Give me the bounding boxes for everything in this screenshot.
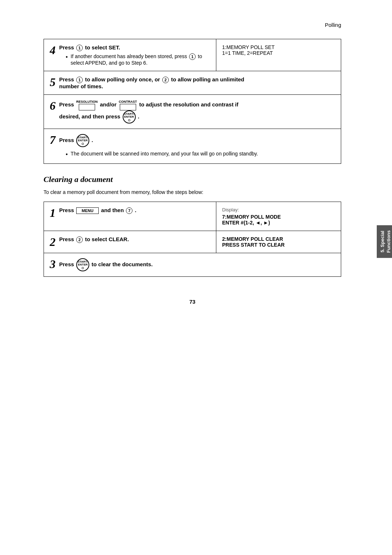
clear-step-1-row: 1 Press MENU and then 7 .	[44, 202, 341, 231]
step-7-row: 7 Press START/ENTER .	[44, 129, 341, 164]
page-container: Polling 5. Special Functions 4 Press 1	[0, 0, 392, 555]
step-5-cell: 5 Press 1 to allow polling only once, or…	[44, 71, 341, 95]
clear-step-2-display: 2:MEMORY POLL CLEAR PRESS START TO CLEAR	[222, 236, 335, 248]
clear-step-1-display-label: Display:	[222, 207, 335, 212]
step-5-circle-1: 1	[76, 77, 83, 83]
clear-step-1-left: 1 Press MENU and then 7 .	[44, 202, 216, 231]
clearing-steps-table: 1 Press MENU and then 7 .	[44, 202, 341, 277]
step-4-number: 4	[50, 44, 56, 56]
clear-step-3-text: Press START/ENTER to clear the documents…	[59, 258, 153, 271]
step-7-content: Press START/ENTER . • The document will …	[59, 134, 258, 158]
step-4-content: Press 1 to select SET. • If another docu…	[59, 44, 210, 66]
step-6-number: 6	[50, 100, 56, 112]
steps-table: 4 Press 1 to select SET. • If another do…	[44, 39, 341, 164]
side-tab: 5. Special Functions	[377, 225, 392, 258]
clear-step-3-content: Press START/ENTER to clear the documents…	[59, 258, 153, 271]
clear-step-2-display-line2: PRESS START TO CLEAR	[222, 242, 335, 248]
clear-step-2-text: Press 2 to select CLEAR.	[59, 236, 129, 243]
step-4-display-line1: 1:MEMORY POLL SET	[222, 44, 335, 50]
start-enter-btn-clear3: START/ENTER	[76, 258, 89, 271]
page-number: 73	[44, 299, 341, 305]
step-4-main: Press 1 to select SET.	[59, 44, 210, 51]
clear-step-2-number: 2	[50, 236, 56, 248]
clear-step-1-circle-7: 7	[126, 207, 132, 214]
step-4-circle-1: 1	[76, 45, 83, 51]
step-4-left: 4 Press 1 to select SET. • If another do…	[44, 39, 216, 71]
clear-step-1-display-line2: ENTER #(1-2, ◄, ►)	[222, 220, 335, 226]
clear-step-3-cell: 3 Press START/ENTER to clear the documen…	[44, 253, 341, 277]
clear-step-1-right: Display: 7:MEMORY POLL MODE ENTER #(1-2,…	[216, 202, 341, 231]
start-enter-btn-7: START/ENTER	[76, 134, 89, 147]
clearing-title: Clearing a document	[44, 175, 341, 184]
clear-step-1-text: Press MENU and then 7 .	[59, 207, 136, 214]
step-6-text: Press RESOLUTION and/or CONTRAST	[59, 100, 238, 123]
step-5-content: Press 1 to allow polling only once, or 2…	[59, 76, 244, 89]
step-5-number: 5	[50, 76, 56, 88]
step-4-right: 1:MEMORY POLL SET 1=1 TIME, 2=REPEAT	[216, 39, 341, 71]
step-6-content: Press RESOLUTION and/or CONTRAST	[59, 100, 238, 123]
clearing-intro: To clear a memory poll document from mem…	[44, 189, 341, 195]
clear-step-1-number: 1	[50, 207, 56, 219]
step-4-bullet: • If another document has already been s…	[66, 53, 210, 66]
main-content: 4 Press 1 to select SET. • If another do…	[29, 39, 363, 305]
clear-step-1-display: Display: 7:MEMORY POLL MODE ENTER #(1-2,…	[222, 207, 335, 226]
contrast-key: CONTRAST	[119, 100, 137, 110]
clear-step-2-right: 2:MEMORY POLL CLEAR PRESS START TO CLEAR	[216, 231, 341, 253]
resolution-key: RESOLUTION	[76, 100, 98, 110]
clear-step-2-circle-2: 2	[76, 236, 83, 243]
step-5-circle-2: 2	[162, 77, 169, 83]
step-5-text: Press 1 to allow polling only once, or 2…	[59, 76, 244, 89]
clear-step-3-row: 3 Press START/ENTER to clear the documen…	[44, 253, 341, 277]
clear-step-1-display-line1: 7:MEMORY POLL MODE	[222, 214, 335, 220]
page-header: Polling	[29, 22, 363, 28]
step-4-circle-1b: 1	[189, 53, 196, 60]
clear-step-2-display-line1: 2:MEMORY POLL CLEAR	[222, 236, 335, 242]
step-7-bullet: • The document will be scanned into memo…	[66, 151, 258, 158]
step-4-row: 4 Press 1 to select SET. • If another do…	[44, 39, 341, 71]
clear-step-2-content: Press 2 to select CLEAR.	[59, 236, 129, 243]
step-7-main: Press START/ENTER .	[59, 134, 258, 147]
step-6-row: 6 Press RESOLUTION and/or CONT	[44, 95, 341, 129]
step-5-row: 5 Press 1 to allow polling only once, or…	[44, 71, 341, 95]
clear-step-2-row: 2 Press 2 to select CLEAR.	[44, 231, 341, 253]
step-7-cell: 7 Press START/ENTER .	[44, 129, 341, 164]
step-4-display-line2: 1=1 TIME, 2=REPEAT	[222, 50, 335, 56]
clearing-section: Clearing a document To clear a memory po…	[44, 175, 341, 277]
step-4-display: 1:MEMORY POLL SET 1=1 TIME, 2=REPEAT	[222, 44, 335, 56]
clear-step-2-left: 2 Press 2 to select CLEAR.	[44, 231, 216, 253]
header-title: Polling	[325, 22, 341, 28]
menu-key: MENU	[76, 207, 99, 214]
clear-step-3-number: 3	[50, 258, 56, 270]
step-7-number: 7	[50, 134, 56, 146]
start-enter-btn-6: START/ENTER	[123, 110, 136, 123]
clear-step-1-content: Press MENU and then 7 .	[59, 207, 136, 214]
step-6-cell: 6 Press RESOLUTION and/or CONT	[44, 95, 341, 129]
